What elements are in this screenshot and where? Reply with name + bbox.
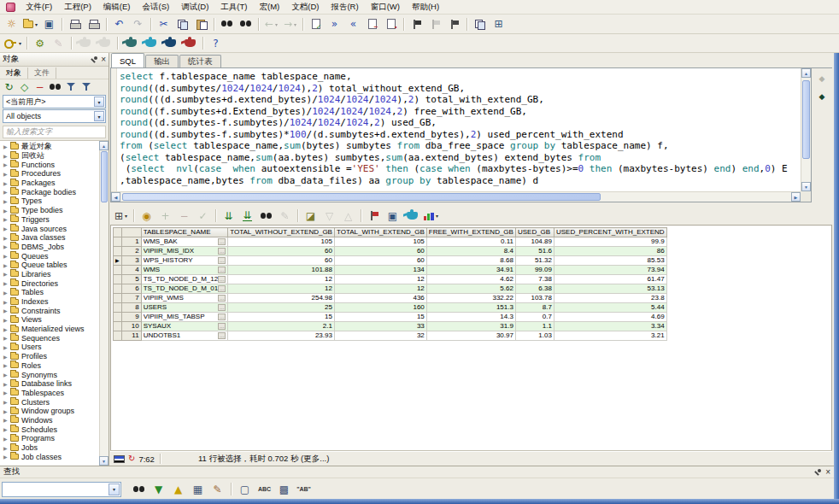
chevron-right-icon[interactable]: ▶ <box>3 226 8 231</box>
chevron-right-icon[interactable]: ▶ <box>3 381 8 387</box>
bookmark-clear-button[interactable] <box>426 16 444 32</box>
tree-item-procedures[interactable]: ▶Procedures <box>0 169 109 179</box>
cell-value[interactable]: 5.62 <box>426 284 515 294</box>
row-number[interactable]: 1 <box>121 237 141 247</box>
menu-tools[interactable]: 工具(T) <box>214 1 253 14</box>
print-button[interactable] <box>66 16 84 32</box>
menu-macro[interactable]: 宏(M) <box>254 1 286 14</box>
tree-item-synonyms[interactable]: ▶Synonyms <box>0 370 109 379</box>
record-view-button[interactable]: ◉ <box>138 208 155 224</box>
ellipsis-button[interactable] <box>218 295 226 302</box>
regex-button[interactable]: ▩ <box>275 481 293 497</box>
cell-tablespace-name[interactable]: TS_TD_NODE_D_M_12 <box>141 275 228 284</box>
cell-value[interactable]: 33 <box>334 322 426 331</box>
row-number[interactable]: 11 <box>121 331 141 341</box>
chevron-right-icon[interactable]: ▶ <box>3 280 8 286</box>
cell-value[interactable]: 15 <box>334 313 426 322</box>
table-row[interactable]: 1WMS_BAK1051050.11104.8999.9 <box>114 237 667 247</box>
tab-sql[interactable]: SQL <box>111 53 144 67</box>
cell-value[interactable]: 151.3 <box>426 303 515 313</box>
cell-value[interactable]: 8.68 <box>426 256 515 266</box>
cell-value[interactable]: 101.88 <box>228 266 335 275</box>
execute-button[interactable]: ⚙ <box>31 35 49 51</box>
tile-windows-button[interactable]: ⊞ <box>490 16 508 32</box>
tree-item-java-classes[interactable]: ▶Java classes <box>0 233 109 243</box>
cell-value[interactable]: 73.94 <box>554 266 666 275</box>
chevron-right-icon[interactable]: ▶ <box>3 189 8 195</box>
tree-item-schedules[interactable]: ▶Schedules <box>0 425 109 434</box>
outdent-button[interactable]: « <box>344 16 362 32</box>
chevron-right-icon[interactable]: ▶ <box>3 445 8 451</box>
cell-value[interactable]: 436 <box>334 294 426 303</box>
cell-value[interactable]: 12 <box>334 284 426 294</box>
cell-value[interactable]: 12 <box>334 275 426 284</box>
editor-vertical-scrollbar[interactable]: ▲ ▼ <box>801 68 811 191</box>
chevron-right-icon[interactable]: ▶ <box>3 354 8 360</box>
table-row[interactable]: 4WMS101.8813434.9199.0973.94 <box>114 266 667 275</box>
find-results-button[interactable] <box>257 208 275 224</box>
new-button[interactable]: ☼ <box>3 16 21 32</box>
mark-all-button[interactable]: ▦ <box>189 481 207 497</box>
tree-item-job-classes[interactable]: ▶Job classes <box>0 452 109 461</box>
redo-button[interactable]: ↷ <box>129 16 147 32</box>
chart-button[interactable]: ▾ <box>422 208 440 224</box>
column-header-total-with-extend-gb[interactable]: TOTAL_WITH_EXTEND_GB <box>334 228 426 237</box>
syntax-check-button[interactable]: ✓ <box>307 16 325 32</box>
tree-item-recycle-bin[interactable]: ▶回收站 <box>0 151 109 161</box>
bookmark-list-button[interactable] <box>445 16 463 32</box>
user-dropdown[interactable]: <当前用户> <box>3 95 106 108</box>
save-button[interactable]: ▣ <box>40 16 58 32</box>
stop-button[interactable] <box>180 35 199 51</box>
menu-project[interactable]: 工程(P) <box>58 1 97 14</box>
indent-button[interactable]: » <box>326 16 343 32</box>
chevron-right-icon[interactable]: ▶ <box>3 344 8 350</box>
cell-value[interactable]: 60 <box>228 256 335 266</box>
chevron-right-icon[interactable]: ▶ <box>3 390 8 396</box>
cell-value[interactable]: 4.62 <box>426 275 515 284</box>
cell-value[interactable]: 7.38 <box>515 275 554 284</box>
tree-scrollbar[interactable]: ▲ ▼ <box>99 141 109 466</box>
chevron-right-icon[interactable]: ▶ <box>3 417 8 423</box>
cascade-windows-button[interactable] <box>471 16 489 32</box>
tree-item-clusters[interactable]: ▶Clusters <box>0 397 109 407</box>
expand-button[interactable]: ◇ <box>17 80 32 93</box>
find-next-button[interactable] <box>130 481 148 497</box>
sql-editor[interactable]: select f.tablespace_name tablespace_name… <box>110 68 812 202</box>
chevron-right-icon[interactable]: ▶ <box>3 308 8 314</box>
break-button[interactable] <box>141 35 160 51</box>
execute-current-button[interactable] <box>121 35 140 51</box>
find-button[interactable] <box>218 16 236 32</box>
find-forward-button[interactable]: ▼ <box>150 481 167 497</box>
ellipsis-button[interactable] <box>218 285 226 292</box>
chevron-down-icon[interactable] <box>94 111 104 121</box>
menu-window[interactable]: 窗口(W) <box>365 1 406 14</box>
sidebar-tab-files[interactable]: 文件 <box>28 67 56 79</box>
tree-item-window-groups[interactable]: ▶Window groups <box>0 407 109 416</box>
ellipsis-button[interactable] <box>218 332 226 339</box>
tree-item-tablespaces[interactable]: ▶Tablespaces <box>0 389 109 398</box>
chevron-right-icon[interactable]: ▶ <box>3 372 8 378</box>
row-number[interactable]: 6 <box>121 284 141 294</box>
code-line[interactable]: (select tablespace_name,sum(aa.bytes) su… <box>120 152 799 164</box>
results-grid[interactable]: TABLESPACE_NAMETOTAL_WITHOUT_EXTEND_GBTO… <box>113 227 667 341</box>
column-header-free-with-extend-gb[interactable]: FREE_WITH_EXTEND_GB <box>426 228 515 237</box>
menu-file[interactable]: 文件(F) <box>20 1 58 14</box>
tree-item-views[interactable]: ▶Views <box>0 315 109 325</box>
fetch-all-button[interactable]: ⇊ <box>238 208 256 224</box>
cell-value[interactable]: 105 <box>228 237 335 247</box>
cell-value[interactable]: 3.21 <box>554 331 666 341</box>
menu-document[interactable]: 文档(D) <box>285 1 325 14</box>
code-line[interactable]: round((f.sumbytes+d.Extend_bytes)/1024/1… <box>120 106 799 118</box>
tree-item-tables[interactable]: ▶Tables <box>0 288 109 297</box>
cell-value[interactable]: 12 <box>228 275 335 284</box>
table-row[interactable]: 9VIPIIR_MIS_TABSP151514.30.74.69 <box>114 313 667 322</box>
cell-value[interactable]: 85.53 <box>554 256 666 266</box>
chevron-right-icon[interactable]: ▶ <box>3 153 8 159</box>
tab-stats[interactable]: 统计表 <box>179 55 221 67</box>
cell-tablespace-name[interactable]: WMS <box>141 266 228 275</box>
chevron-right-icon[interactable]: ▶ <box>3 362 8 368</box>
grid-options-button[interactable]: ⊞▾ <box>112 208 130 224</box>
sort-desc-button[interactable]: ▽ <box>320 208 338 224</box>
cell-value[interactable]: 51.32 <box>515 256 554 266</box>
menu-help[interactable]: 帮助(H) <box>406 1 445 14</box>
